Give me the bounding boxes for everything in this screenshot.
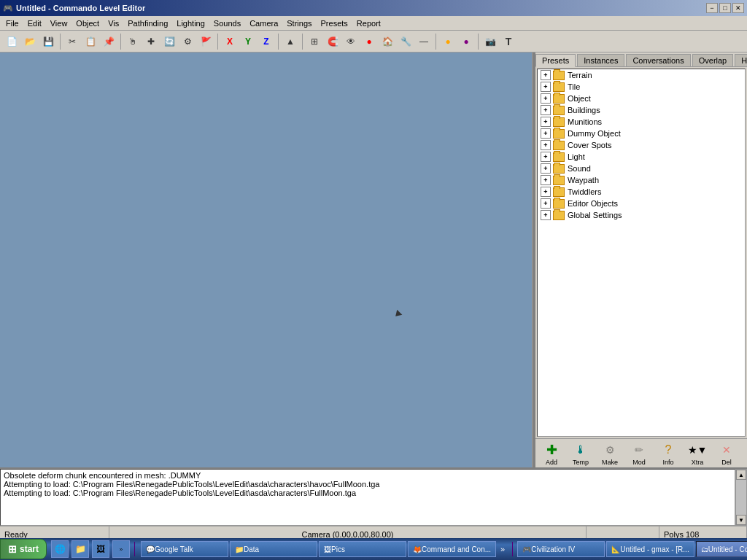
btn-temp[interactable]: 🌡 Temp bbox=[568, 441, 594, 466]
toolbar-eye[interactable]: 👁 bbox=[342, 33, 360, 50]
expand-terrain[interactable]: + bbox=[541, 70, 551, 80]
tree-item-global-settings[interactable]: + Global Settings bbox=[538, 209, 745, 221]
log-scrollbar[interactable]: ▲ ▼ bbox=[735, 469, 747, 526]
quick-more[interactable]: » bbox=[112, 540, 130, 558]
tree-view[interactable]: + Terrain + Tile + Object + Buildings + bbox=[537, 69, 746, 437]
quick-folder[interactable]: 📁 bbox=[71, 540, 89, 558]
btn-xtra[interactable]: ★▼ Xtra bbox=[684, 441, 711, 466]
menu-pathfinding[interactable]: Pathfinding bbox=[123, 18, 172, 29]
tree-item-light[interactable]: + Light bbox=[538, 151, 745, 163]
tree-item-editor-objects[interactable]: + Editor Objects bbox=[538, 198, 745, 209]
quick-pics[interactable]: 🖼 bbox=[92, 540, 109, 558]
btn-del[interactable]: ✕ Del bbox=[713, 441, 740, 466]
tree-item-twiddlers[interactable]: + Twiddlers bbox=[538, 186, 745, 198]
btn-make[interactable]: ⚙ Make bbox=[597, 441, 623, 466]
tree-item-munitions[interactable]: + Munitions bbox=[538, 116, 745, 128]
menu-view[interactable]: View bbox=[46, 18, 72, 29]
expand-cover-spots[interactable]: + bbox=[541, 140, 551, 150]
close-button[interactable]: ✕ bbox=[732, 3, 744, 13]
expand-waypath[interactable]: + bbox=[541, 175, 551, 185]
tab-instances[interactable]: Instances bbox=[577, 54, 624, 66]
scroll-track[interactable] bbox=[736, 480, 746, 515]
expand-twiddlers[interactable]: + bbox=[541, 187, 551, 197]
tree-item-cover-spots[interactable]: + Cover Spots bbox=[538, 139, 745, 151]
toolbar-color2[interactable]: ● bbox=[457, 33, 475, 50]
taskbar-app-commando[interactable]: 🗂 Untitled - Command... bbox=[696, 541, 747, 557]
minimize-button[interactable]: − bbox=[706, 3, 718, 13]
expand-tile[interactable]: + bbox=[541, 82, 551, 92]
taskbar-app-command-con[interactable]: 🦊 Command and Con... bbox=[408, 541, 496, 557]
scroll-down[interactable]: ▼ bbox=[736, 515, 746, 525]
toolbar-new[interactable]: 📄 bbox=[3, 33, 20, 50]
tree-item-buildings[interactable]: + Buildings bbox=[538, 104, 745, 116]
expand-editor-objects[interactable]: + bbox=[541, 198, 551, 209]
expand-dummy-object[interactable]: + bbox=[541, 128, 551, 139]
taskbar-app-data[interactable]: 📁 Data bbox=[230, 541, 317, 557]
tab-conversations[interactable]: Conversations bbox=[626, 54, 690, 66]
toolbar-obj2[interactable]: 🔧 bbox=[397, 33, 414, 50]
expand-light[interactable]: + bbox=[541, 152, 551, 162]
toolbar-cut[interactable]: ✂ bbox=[63, 33, 81, 50]
expand-munitions[interactable]: + bbox=[541, 117, 551, 127]
tab-presets[interactable]: Presets bbox=[535, 54, 576, 67]
taskbar-app-civ4[interactable]: 🎮 Civilization IV bbox=[517, 541, 605, 557]
tree-item-terrain[interactable]: + Terrain bbox=[538, 69, 745, 81]
toolbar-save[interactable]: 💾 bbox=[39, 33, 57, 50]
toolbar-snap[interactable]: 🧲 bbox=[324, 33, 341, 50]
toolbar-eye2[interactable]: ● bbox=[360, 33, 378, 50]
taskbar-app-gmax[interactable]: 📐 Untitled - gmax - [R... bbox=[606, 541, 694, 557]
toolbar-scale[interactable]: ⚙ bbox=[179, 33, 196, 50]
toolbar-open[interactable]: 📂 bbox=[21, 33, 39, 50]
toolbar-flag[interactable]: 🚩 bbox=[197, 33, 214, 50]
toolbar-obj1[interactable]: 🏠 bbox=[379, 33, 396, 50]
tree-item-waypath[interactable]: + Waypath bbox=[538, 174, 745, 186]
menu-file[interactable]: File bbox=[1, 18, 23, 29]
log-line-1: Obsolete deform chunk encountered in mes… bbox=[4, 471, 732, 480]
menu-strings[interactable]: Strings bbox=[282, 18, 316, 29]
toolbar-terrain[interactable]: ▲ bbox=[282, 33, 299, 50]
btn-add[interactable]: ✚ Add bbox=[538, 441, 565, 466]
tree-item-dummy-object[interactable]: + Dummy Object bbox=[538, 128, 745, 139]
tab-overlap[interactable]: Overlap bbox=[692, 54, 734, 66]
menu-camera[interactable]: Camera bbox=[245, 18, 282, 29]
quick-ie[interactable]: 🌐 bbox=[51, 540, 69, 558]
menu-report[interactable]: Report bbox=[352, 18, 385, 29]
menu-object[interactable]: Object bbox=[71, 18, 104, 29]
toolbar-y-axis[interactable]: Y bbox=[239, 33, 257, 50]
toolbar-grid[interactable]: ⊞ bbox=[306, 33, 323, 50]
btn-mod[interactable]: ✏ Mod bbox=[626, 441, 652, 466]
menu-lighting[interactable]: Lighting bbox=[172, 18, 209, 29]
tab-heightfield[interactable]: Heightfield bbox=[735, 54, 747, 66]
menu-presets[interactable]: Presets bbox=[317, 18, 352, 29]
tree-item-object[interactable]: + Object bbox=[538, 93, 745, 104]
taskbar-app-pics[interactable]: 🖼 Pics bbox=[319, 541, 406, 557]
toolbar-select[interactable]: 🖱 bbox=[124, 33, 142, 50]
viewport[interactable] bbox=[0, 52, 533, 467]
toolbar-x-axis[interactable]: X bbox=[221, 33, 239, 50]
toolbar-dash[interactable]: — bbox=[415, 33, 433, 50]
start-button[interactable]: ⊞ start bbox=[0, 539, 47, 559]
scroll-up[interactable]: ▲ bbox=[736, 470, 746, 480]
menu-sounds[interactable]: Sounds bbox=[209, 18, 245, 29]
toolbar-move[interactable]: ✚ bbox=[142, 33, 160, 50]
toolbar-rotate[interactable]: 🔄 bbox=[160, 33, 178, 50]
menu-edit[interactable]: Edit bbox=[23, 18, 46, 29]
expand-global-settings[interactable]: + bbox=[541, 210, 551, 220]
toolbar-text-btn[interactable]: T bbox=[500, 33, 517, 50]
maximize-button[interactable]: □ bbox=[719, 3, 731, 13]
expand-object[interactable]: + bbox=[541, 93, 551, 104]
toolbar-z-axis[interactable]: Z bbox=[258, 33, 275, 50]
taskbar-more-btn[interactable]: » bbox=[498, 545, 508, 553]
taskbar-app-googletalk[interactable]: 💬 Google Talk bbox=[141, 541, 228, 557]
toolbar-copy[interactable]: 📋 bbox=[82, 33, 99, 50]
expand-sound[interactable]: + bbox=[541, 163, 551, 174]
folder-waypath-icon bbox=[553, 176, 565, 185]
tree-item-sound[interactable]: + Sound bbox=[538, 163, 745, 174]
btn-info[interactable]: ? Info bbox=[655, 441, 681, 466]
toolbar-paste[interactable]: 📌 bbox=[100, 33, 117, 50]
toolbar-color1[interactable]: ● bbox=[439, 33, 457, 50]
tree-item-tile[interactable]: + Tile bbox=[538, 81, 745, 93]
menu-vis[interactable]: Vis bbox=[104, 18, 123, 29]
expand-buildings[interactable]: + bbox=[541, 105, 551, 115]
toolbar-camera-btn[interactable]: 📷 bbox=[481, 33, 499, 50]
